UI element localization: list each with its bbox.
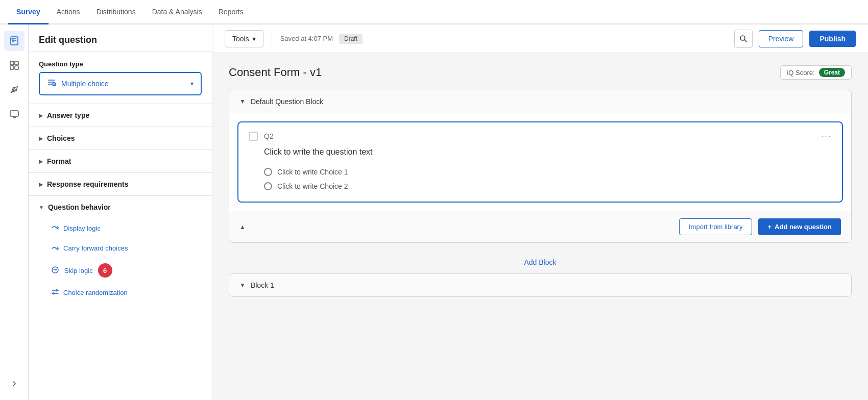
skip-logic-icon (51, 266, 59, 276)
block-1-title: Block 1 (251, 281, 274, 289)
question-type-button[interactable]: Multiple choice ▾ (39, 72, 202, 95)
accordion-response-requirements-label: Response requirements (47, 180, 129, 188)
tools-button[interactable]: Tools ▾ (225, 30, 263, 47)
accordion-arrow-icon: ▶ (39, 182, 43, 187)
add-new-question-button[interactable]: + Add new question (758, 218, 841, 235)
accordion-response-requirements-header[interactable]: ▶ Response requirements (29, 173, 212, 195)
sidebar-monitor-icon[interactable] (4, 104, 25, 124)
survey-title-row: Consent Form - v1 iQ Score: Great (229, 65, 852, 80)
block-1-header: ▼ Block 1 (229, 274, 851, 296)
left-panel: Edit question Question type Multiple cho… (29, 24, 212, 400)
accordion-arrow-icon: ▶ (39, 159, 43, 164)
skip-logic-label: Skip logic (64, 267, 93, 274)
search-button[interactable] (734, 30, 753, 48)
accordion-format: ▶ Format (29, 149, 212, 172)
choice-randomization-icon (51, 288, 59, 297)
question-text[interactable]: Click to write the question text (249, 147, 832, 157)
svg-point-19 (52, 267, 58, 273)
svg-rect-7 (10, 66, 14, 69)
svg-rect-5 (10, 61, 14, 65)
accordion-format-header[interactable]: ▶ Format (29, 150, 212, 172)
choice-text-2[interactable]: Click to write Choice 2 (277, 182, 348, 190)
choice-randomization-item[interactable]: Choice randomization (29, 283, 212, 303)
accordion-choices-header[interactable]: ▶ Choices (29, 127, 212, 149)
question-checkbox[interactable] (249, 132, 258, 141)
multiple-choice-icon (47, 78, 56, 89)
top-navigation: Survey Actions Distributions Data & Anal… (0, 0, 868, 24)
display-logic-icon (51, 223, 59, 233)
iq-score-badge: iQ Score: Great (780, 65, 852, 80)
carry-forward-choices-item[interactable]: Carry forward choices (29, 238, 212, 258)
add-block-link[interactable]: Add Block (524, 258, 556, 266)
add-block-row: Add Block (229, 251, 852, 273)
tab-data-analysis[interactable]: Data & Analysis (144, 0, 210, 24)
accordion-choices-label: Choices (47, 134, 75, 142)
accordion-response-requirements: ▶ Response requirements (29, 172, 212, 195)
publish-button[interactable]: Publish (809, 31, 856, 47)
block-header-arrow-icon[interactable]: ▼ (239, 98, 246, 105)
carry-forward-choices-label: Carry forward choices (63, 244, 128, 252)
iq-great-value: Great (819, 68, 845, 77)
block-header: ▼ Default Question Block (229, 90, 851, 113)
preview-button[interactable]: Preview (759, 30, 804, 47)
sidebar-paint-icon[interactable] (4, 80, 25, 100)
choice-radio-1[interactable] (264, 168, 272, 176)
default-question-block: ▼ Default Question Block Q2 ··· Click to… (229, 90, 852, 243)
question-more-menu[interactable]: ··· (821, 131, 832, 141)
choice-row-1: Click to write Choice 1 (249, 165, 832, 179)
question-type-label: Question type (29, 52, 212, 72)
import-from-library-button[interactable]: Import from library (679, 218, 752, 235)
sidebar-expand-btn[interactable] (4, 373, 25, 394)
block-1-container: ▼ Block 1 (229, 273, 852, 297)
iq-score-label: iQ Score: (787, 69, 814, 77)
block-footer-arrow-icon[interactable]: ▲ (239, 223, 246, 231)
question-type-value: Multiple choice (61, 80, 185, 88)
saved-status: Saved at 4:07 PM (280, 35, 333, 42)
tab-survey[interactable]: Survey (8, 0, 49, 24)
choice-text-1[interactable]: Click to write Choice 1 (277, 168, 348, 176)
skip-logic-badge: 6 (98, 263, 112, 278)
display-logic-label: Display logic (63, 224, 101, 232)
accordion-question-behavior: ▼ Question behavior Display logic (29, 195, 212, 303)
svg-rect-8 (15, 66, 18, 69)
question-card-header: Q2 ··· (249, 131, 832, 141)
main-layout: Edit question Question type Multiple cho… (0, 24, 868, 400)
block-footer-actions: Import from library + Add new question (679, 218, 841, 235)
display-logic-item[interactable]: Display logic (29, 218, 212, 238)
draft-badge: Draft (339, 34, 363, 44)
icon-sidebar (0, 24, 29, 400)
block-header-title: Default Question Block (251, 97, 323, 106)
choice-randomization-label: Choice randomization (63, 289, 128, 296)
skip-logic-item[interactable]: Skip logic 6 (29, 258, 212, 283)
accordion-answer-type-label: Answer type (47, 111, 89, 119)
survey-canvas: Consent Form - v1 iQ Score: Great ▼ Defa… (212, 53, 868, 400)
edit-question-header: Edit question (29, 24, 212, 52)
svg-line-21 (744, 40, 746, 42)
svg-rect-10 (10, 111, 18, 116)
tab-actions[interactable]: Actions (49, 0, 88, 24)
sidebar-layout-icon[interactable] (4, 55, 25, 76)
question-id-label: Q2 (264, 132, 274, 140)
block-1-arrow-icon[interactable]: ▼ (239, 282, 246, 289)
search-icon (739, 35, 748, 43)
block-footer: ▲ Import from library + Add new question (229, 211, 851, 242)
svg-rect-6 (15, 61, 18, 65)
question-type-chevron-icon: ▾ (190, 80, 194, 87)
tab-distributions[interactable]: Distributions (88, 0, 144, 24)
accordion-answer-type: ▶ Answer type (29, 104, 212, 127)
accordion-answer-type-header[interactable]: ▶ Answer type (29, 104, 212, 127)
add-question-plus-icon: + (767, 223, 771, 231)
survey-title: Consent Form - v1 (229, 66, 322, 79)
add-question-label: Add new question (775, 223, 832, 231)
question-card-q2: Q2 ··· Click to write the question text … (237, 121, 843, 203)
choice-radio-2[interactable] (264, 182, 272, 190)
tools-label: Tools (232, 35, 249, 43)
accordion-question-behavior-header[interactable]: ▼ Question behavior (29, 196, 212, 218)
content-area: Tools ▾ Saved at 4:07 PM Draft Preview P… (212, 24, 868, 400)
carry-forward-icon (51, 243, 59, 253)
tools-chevron-icon: ▾ (252, 35, 256, 43)
tab-reports[interactable]: Reports (210, 0, 252, 24)
sidebar-survey-icon[interactable] (4, 31, 25, 51)
accordion-question-behavior-label: Question behavior (48, 203, 111, 211)
choice-row-2: Click to write Choice 2 (249, 179, 832, 193)
